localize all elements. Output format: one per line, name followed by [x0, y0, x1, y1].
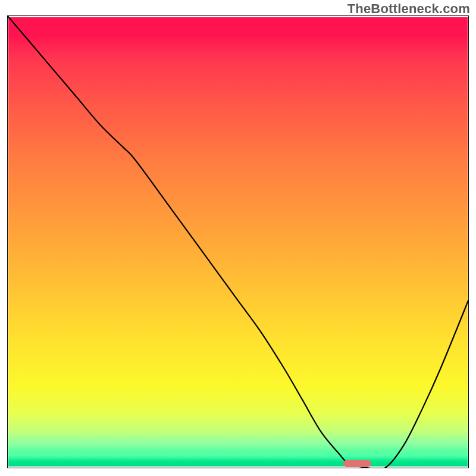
plot-frame [7, 15, 469, 468]
watermark-text: TheBottleneck.com [347, 1, 470, 17]
chart-container: TheBottleneck.com [0, 0, 476, 476]
curve-layer [8, 16, 468, 468]
bottleneck-curve-path [8, 16, 468, 468]
optimal-region-marker [343, 460, 371, 467]
